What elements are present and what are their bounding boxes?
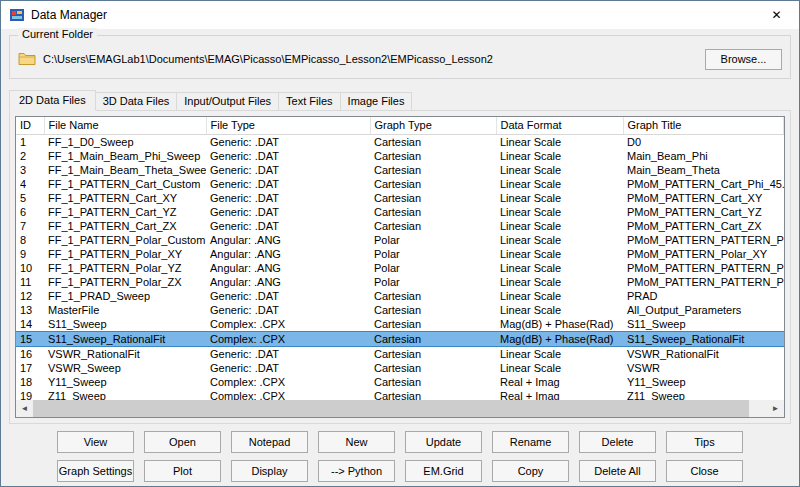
browse-button[interactable]: Browse... bbox=[705, 49, 782, 70]
table-cell: Complex: .CPX bbox=[206, 317, 370, 332]
table-cell: Generic: .DAT bbox=[206, 361, 370, 375]
table-cell: Cartesian bbox=[370, 163, 496, 177]
tab-image-files[interactable]: Image Files bbox=[340, 92, 413, 110]
tips-button[interactable]: Tips bbox=[666, 431, 743, 453]
table-cell: 5 bbox=[16, 191, 44, 205]
current-folder-label: Current Folder bbox=[18, 28, 97, 40]
column-header-file-name[interactable]: File Name bbox=[44, 117, 206, 134]
table-cell: 10 bbox=[16, 261, 44, 275]
table-cell: S11_Sweep bbox=[44, 317, 206, 332]
tab-2d-data-files[interactable]: 2D Data Files bbox=[9, 90, 96, 111]
table-row[interactable]: 5FF_1_PATTERN_Cart_XYGeneric: .DATCartes… bbox=[16, 191, 784, 205]
delete-all-button[interactable]: Delete All bbox=[579, 460, 656, 482]
table-cell: Real + Imag bbox=[496, 375, 623, 389]
table-cell: MasterFile bbox=[44, 303, 206, 317]
column-header-graph-type[interactable]: Graph Type bbox=[370, 117, 496, 134]
table-row[interactable]: 6FF_1_PATTERN_Cart_YZGeneric: .DATCartes… bbox=[16, 205, 784, 219]
table-cell: Cartesian bbox=[370, 317, 496, 332]
table-body: 1FF_1_D0_SweepGeneric: .DATCartesianLine… bbox=[16, 134, 784, 400]
table-row[interactable]: 16VSWR_RationalFitGeneric: .DATCartesian… bbox=[16, 346, 784, 361]
table-cell: FF_1_PATTERN_Polar_XY bbox=[44, 247, 206, 261]
table-cell: Linear Scale bbox=[496, 233, 623, 247]
folder-icon bbox=[18, 52, 36, 66]
horizontal-scrollbar[interactable]: ◄ ► bbox=[16, 400, 784, 417]
table-cell: Cartesian bbox=[370, 149, 496, 163]
em-grid-button[interactable]: EM.Grid bbox=[405, 460, 482, 482]
graph-settings-button[interactable]: Graph Settings bbox=[57, 460, 134, 482]
table-cell: FF_1_PATTERN_Polar_ZX bbox=[44, 275, 206, 289]
rename-button[interactable]: Rename bbox=[492, 431, 569, 453]
table-cell: PMoM_PATTERN_Cart_ZX bbox=[623, 219, 784, 233]
table-cell: 7 bbox=[16, 219, 44, 233]
scroll-right-arrow-icon[interactable]: ► bbox=[767, 400, 784, 417]
table-cell: Z11_Sweep bbox=[44, 389, 206, 401]
table-row[interactable]: 4FF_1_PATTERN_Cart_CustomGeneric: .DATCa… bbox=[16, 177, 784, 191]
table-row[interactable]: 15S11_Sweep_RationalFitComplex: .CPXCart… bbox=[16, 331, 784, 346]
table-row[interactable]: 2FF_1_Main_Beam_Phi_SweepGeneric: .DATCa… bbox=[16, 149, 784, 163]
table-cell: FF_1_PATTERN_Cart_XY bbox=[44, 191, 206, 205]
table-cell: 3 bbox=[16, 163, 44, 177]
copy-button[interactable]: Copy bbox=[492, 460, 569, 482]
open-button[interactable]: Open bbox=[144, 431, 221, 453]
table-row[interactable]: 17VSWR_SweepGeneric: .DATCartesianLinear… bbox=[16, 361, 784, 375]
table-cell: Generic: .DAT bbox=[206, 219, 370, 233]
scrollbar-thumb[interactable] bbox=[33, 400, 749, 417]
table-cell: 14 bbox=[16, 317, 44, 332]
view-button[interactable]: View bbox=[57, 431, 134, 453]
table-cell: FF_1_PATTERN_Cart_YZ bbox=[44, 205, 206, 219]
table-cell: PMoM_PATTERN_PATTERN_Polar_ bbox=[623, 233, 784, 247]
table-row[interactable]: 13MasterFileGeneric: .DATCartesianLinear… bbox=[16, 303, 784, 317]
table-cell: Cartesian bbox=[370, 303, 496, 317]
table-cell: 6 bbox=[16, 205, 44, 219]
table-cell: Cartesian bbox=[370, 389, 496, 401]
table-row[interactable]: 8FF_1_PATTERN_Polar_CustomAngular: .ANGP… bbox=[16, 233, 784, 247]
table-cell: FF_1_PRAD_Sweep bbox=[44, 289, 206, 303]
table-row[interactable]: 11FF_1_PATTERN_Polar_ZXAngular: .ANGPola… bbox=[16, 275, 784, 289]
scroll-left-arrow-icon[interactable]: ◄ bbox=[16, 400, 33, 417]
table-cell: Linear Scale bbox=[496, 191, 623, 205]
tab-3d-data-files[interactable]: 3D Data Files bbox=[95, 92, 178, 110]
close-button[interactable]: ✕ bbox=[754, 1, 799, 29]
table-row[interactable]: 14S11_SweepComplex: .CPXCartesianMag(dB)… bbox=[16, 317, 784, 332]
table-cell: Angular: .ANG bbox=[206, 233, 370, 247]
column-header-graph-title[interactable]: Graph Title bbox=[623, 117, 784, 134]
table-row[interactable]: 9FF_1_PATTERN_Polar_XYAngular: .ANGPolar… bbox=[16, 247, 784, 261]
update-button[interactable]: Update bbox=[405, 431, 482, 453]
column-header-data-format[interactable]: Data Format bbox=[496, 117, 623, 134]
delete-button[interactable]: Delete bbox=[579, 431, 656, 453]
folder-path: C:\Users\EMAGLab1\Documents\EMAG\Picasso… bbox=[43, 53, 493, 65]
table-cell: Main_Beam_Theta bbox=[623, 163, 784, 177]
tab-text-files[interactable]: Text Files bbox=[278, 92, 340, 110]
table-row[interactable]: 12FF_1_PRAD_SweepGeneric: .DATCartesianL… bbox=[16, 289, 784, 303]
table-cell: Linear Scale bbox=[496, 149, 623, 163]
column-header-file-type[interactable]: File Type bbox=[206, 117, 370, 134]
table-row[interactable]: 7FF_1_PATTERN_Cart_ZXGeneric: .DATCartes… bbox=[16, 219, 784, 233]
scrollbar-track[interactable] bbox=[749, 400, 767, 417]
plot-button[interactable]: Plot bbox=[144, 460, 221, 482]
column-header-id[interactable]: ID bbox=[16, 117, 44, 134]
table-cell: 15 bbox=[16, 331, 44, 346]
python-button[interactable]: --> Python bbox=[318, 460, 395, 482]
table-cell: Generic: .DAT bbox=[206, 177, 370, 191]
table-row[interactable]: 19Z11_SweepComplex: .CPXCartesianReal + … bbox=[16, 389, 784, 401]
tab-input-output-files[interactable]: Input/Output Files bbox=[176, 92, 279, 110]
tab-bar: 2D Data Files3D Data FilesInput/Output F… bbox=[9, 89, 791, 110]
table-cell: Cartesian bbox=[370, 191, 496, 205]
table-cell: Cartesian bbox=[370, 205, 496, 219]
table-cell: Generic: .DAT bbox=[206, 134, 370, 149]
table-cell: Linear Scale bbox=[496, 247, 623, 261]
table-row[interactable]: 3FF_1_Main_Beam_Theta_SweepGeneric: .DAT… bbox=[16, 163, 784, 177]
new-button[interactable]: New bbox=[318, 431, 395, 453]
table-cell: PRAD bbox=[623, 289, 784, 303]
table-cell: 9 bbox=[16, 247, 44, 261]
close-button[interactable]: Close bbox=[666, 460, 743, 482]
table-cell: VSWR_Sweep bbox=[44, 361, 206, 375]
notepad-button[interactable]: Notepad bbox=[231, 431, 308, 453]
table-row[interactable]: 10FF_1_PATTERN_Polar_YZAngular: .ANGPola… bbox=[16, 261, 784, 275]
display-button[interactable]: Display bbox=[231, 460, 308, 482]
table-cell: Angular: .ANG bbox=[206, 247, 370, 261]
table-cell: Cartesian bbox=[370, 134, 496, 149]
table-row[interactable]: 1FF_1_D0_SweepGeneric: .DATCartesianLine… bbox=[16, 134, 784, 149]
table-cell: Polar bbox=[370, 233, 496, 247]
table-row[interactable]: 18Y11_SweepComplex: .CPXCartesianReal + … bbox=[16, 375, 784, 389]
